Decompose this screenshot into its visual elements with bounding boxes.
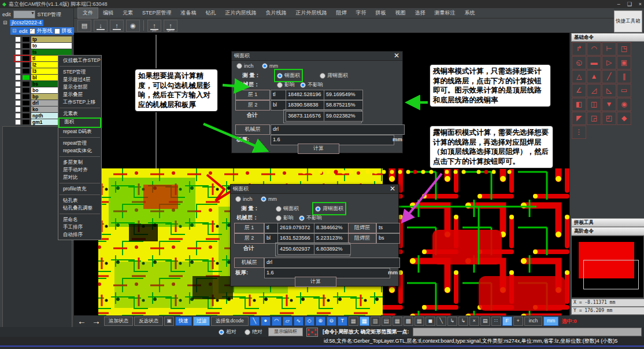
layer-visibility-checkbox[interactable] [15,36,21,42]
step-tree-node[interactable]: ⊟ edit 外形线 拼板 [10,27,74,35]
mech-layer-field[interactable]: drl [271,124,405,135]
collapse-icon[interactable]: ⊟ [3,20,8,25]
context-menu-item-repeat管理[interactable]: repeat管理 [58,139,101,147]
context-menu-item-层命名[interactable]: 层命名 [58,216,101,223]
save-icon[interactable]: ▤ [77,20,91,32]
dialog-title-bar[interactable]: 铜面积 ✕ [232,52,402,61]
dialog-title-bar[interactable]: 铜面积 ✕ [231,185,398,194]
grid-icon-7[interactable]: ▦ [414,317,424,326]
layer-color-swatch[interactable] [22,94,30,100]
rect-select-icon[interactable]: ◧ [572,98,586,111]
menu-item-11[interactable]: 字符 [351,8,371,18]
mech-layer-button[interactable]: 机械层 [235,124,270,135]
unit-inch-button[interactable]: inch [524,317,543,326]
step-combo[interactable] [13,10,35,19]
angle-wide-icon[interactable]: ▲ [587,70,601,83]
layer-row-tp[interactable]: tp [14,36,72,42]
pad-icon[interactable]: ▬ [587,56,601,69]
f-mode-icon[interactable]: F [502,317,512,326]
layer1-mask-field[interactable]: ts [376,223,400,233]
context-menu-item-层对比[interactable]: 层对比 [58,174,101,181]
layer-row-to[interactable]: to [14,42,72,49]
quick-button[interactable]: 快速 [175,317,192,326]
multi-select-icon[interactable]: ◆ [617,112,631,125]
menu-item-13[interactable]: 视图 [391,8,410,18]
layer-color-swatch[interactable] [22,100,30,106]
menu-item-12[interactable]: 拼板 [371,8,391,18]
arc-flat-icon[interactable]: ◺ [602,84,616,97]
export-pdf-icon[interactable]: ↑pdf [147,20,161,32]
close-icon[interactable]: ✕ [394,52,399,60]
line-style-icon[interactable]: ╲ [436,317,446,326]
copy-shape-icon[interactable]: ◫ [587,98,601,111]
layer-visibility-checkbox[interactable] [15,75,21,80]
measure-exposed-radio[interactable]: 露铜面积 [320,72,348,79]
layer-color-swatch[interactable] [22,43,30,49]
copy-mode-icon[interactable]: ▣ [164,317,174,326]
layer-visibility-checkbox[interactable] [15,113,21,119]
layer-color-swatch[interactable] [22,113,30,119]
layer-color-swatch[interactable] [22,81,30,87]
arc-icon[interactable]: ◠ [587,42,601,56]
layer1-button[interactable]: 层 1 [235,90,270,100]
text-tool-icon[interactable]: T [338,317,347,326]
draw-line-icon[interactable]: ╲ [250,317,260,326]
menu-item-10[interactable]: 阻焊 [332,8,351,18]
angle-up-icon[interactable]: △ [572,70,586,83]
back-arrow-button[interactable]: ← [75,316,88,326]
context-menu-item-钻孔叠孔调整[interactable]: 钻孔叠孔调整 [58,204,101,212]
quick-toolbox-button[interactable]: 快捷工具箱 [614,10,642,32]
crosshair-icon[interactable]: + [513,317,523,326]
grid-icon-6[interactable]: ▩ [404,317,413,326]
grid-icon-2[interactable]: ▦ [360,317,369,326]
collapse-icon[interactable]: ⊟ [12,28,17,34]
context-menu-item-STEP管理[interactable]: STEP管理 [58,68,101,76]
zoom-out-icon[interactable]: ⊖ [327,317,336,326]
step-manage-button[interactable]: STEP管理 [38,11,62,19]
context-menu-item-层手动对齐[interactable]: 层手动对齐 [58,166,101,174]
cursor-box-icon[interactable]: ◲ [587,112,601,125]
grid-icon-3[interactable]: ▥ [371,317,380,326]
layer1-button[interactable]: 层 1 [234,223,264,233]
layer-visibility-checkbox[interactable] [15,43,21,49]
measure-exposed-radio[interactable]: 露铜面积 [315,205,343,212]
dots-vertical-icon[interactable]: ⋮ [572,126,586,139]
layer-color-swatch[interactable] [22,75,30,80]
export-icon[interactable]: ↑ [110,20,124,32]
delete-icon[interactable]: ▣ [617,56,631,69]
line-diag-icon[interactable]: ╱ [602,70,616,83]
layer-visibility-checkbox[interactable] [15,62,21,68]
close-icon[interactable]: ✕ [390,185,395,193]
advanced-commands-header[interactable]: 高阶命令 [571,227,644,236]
layer-visibility-checkbox[interactable] [15,100,21,106]
grid-icon-5[interactable]: ▦ [393,317,402,326]
menu-item-9[interactable]: 正片外层线路 [291,8,332,18]
draw-polygon-icon[interactable]: ▱ [283,317,293,326]
export-gerber-icon[interactable]: ↑gerb [164,20,177,32]
layer-color-swatch[interactable] [22,68,30,74]
context-menu-item-profile填充[interactable]: profile填充 [58,185,101,193]
menu-item-3[interactable]: 元素 [118,8,138,18]
unit-mm-radio[interactable]: mm [262,63,278,69]
mech-layer-field[interactable]: drl [264,258,400,268]
show-edit-box-button[interactable]: 显示编辑框 [268,328,303,336]
grid-icon-1[interactable]: ▦ [349,317,358,326]
job-tree-root[interactable]: ⊟ jlccszl2022-4 [3,20,43,26]
unit-mm-radio[interactable]: mm [261,196,277,202]
forward-arrow-button[interactable]: → [90,316,103,326]
context-menu-item-显示全部层[interactable]: 显示全部层 [58,83,101,91]
maximize-icon[interactable]: ❑ [627,1,632,7]
filter-button[interactable]: 过滤 [193,317,210,326]
menu-item-15[interactable]: 测量标注 [430,8,460,18]
basic-commands-header[interactable]: 基础命令 [571,33,644,42]
unit-inch-radio[interactable]: inch [235,196,253,202]
group-pads-icon[interactable]: ◵ [572,56,586,69]
rotate-icon[interactable]: ◉ [617,98,631,111]
dots-grid-icon[interactable]: ∷ [491,317,501,326]
layer-color-swatch[interactable] [22,62,30,68]
layer2-button[interactable]: 层 2 [235,100,270,111]
context-menu-item-多层复制[interactable]: 多层复制 [58,159,101,166]
layer2-button[interactable]: 层 2 [234,233,264,244]
menu-item-16[interactable]: 系统 [460,8,480,18]
context-menu-item-repeat D码表[interactable]: repeat D码表 [58,128,101,135]
